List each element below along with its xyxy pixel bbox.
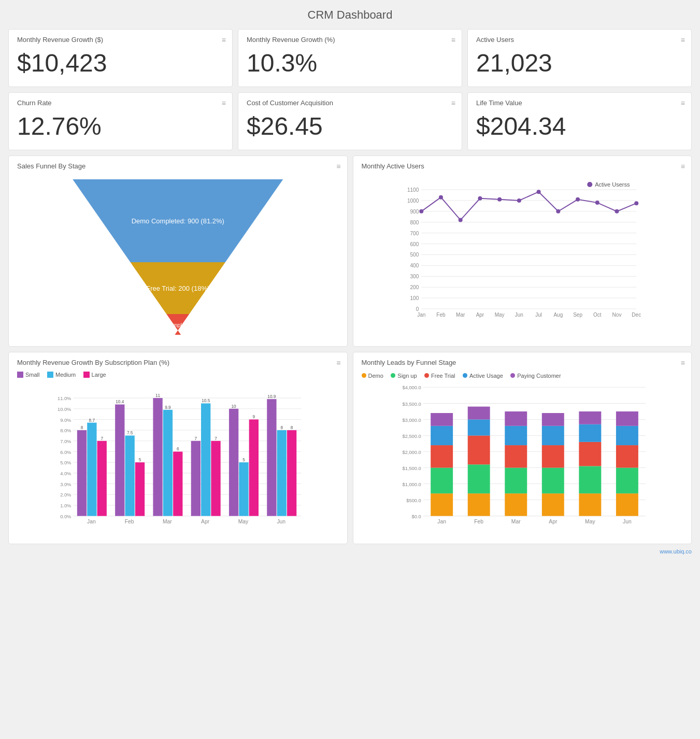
svg-point-47 [517,198,521,203]
legend-large-color [83,372,90,378]
svg-rect-110 [239,462,248,516]
revenue-plan-menu-icon[interactable]: ≡ [336,359,340,367]
svg-text:Nov: Nov [612,312,621,318]
svg-point-52 [615,209,619,214]
svg-text:$1,500.0: $1,500.0 [402,466,421,471]
leads-chart-container: $0.0$500.0$1,000.0$1,500.0$2,000.0$2,500… [362,382,683,537]
legend-paying-dot [510,373,515,378]
kpi-menu-icon-0[interactable]: ≡ [222,36,226,44]
kpi-title-0: Monthly Revenue Growth ($) [17,36,224,44]
svg-rect-115 [267,399,276,516]
kpi-menu-icon-3[interactable]: ≡ [222,99,226,107]
kpi-menu-icon-2[interactable]: ≡ [681,36,685,44]
svg-text:Jun: Jun [277,519,285,524]
funnel-chart-card: Sales Funnel By Stage ≡ Demo Completed: … [8,155,348,347]
active-users-title: Monthly Active Users [362,162,683,170]
legend-demo: Demo [362,373,383,379]
svg-text:Apr: Apr [476,312,484,318]
footer-url: www.ubiq.co [8,548,692,555]
svg-text:10: 10 [232,404,237,409]
funnel-menu-icon[interactable]: ≡ [336,162,340,170]
svg-text:300: 300 [410,274,419,279]
svg-text:Jan: Jan [437,519,446,524]
svg-text:0.0%: 0.0% [60,514,71,519]
kpi-value-1: 10.3% [247,49,453,77]
svg-text:Feb: Feb [436,312,446,318]
svg-text:$4,000.0: $4,000.0 [402,385,421,390]
legend-freetrial-dot [424,373,429,378]
svg-rect-154 [505,445,527,467]
svg-rect-103 [201,403,210,516]
svg-rect-84 [97,441,107,516]
leads-chart-card: Monthly Leads by Funnel Stage ≡ Demo Sig… [353,352,692,544]
legend-freetrial: Free Trial [424,373,455,379]
svg-rect-153 [505,468,527,494]
svg-text:9: 9 [253,415,255,419]
legend-signup: Sign up [391,373,417,379]
svg-text:Apr: Apr [549,519,558,524]
svg-rect-171 [616,468,638,494]
svg-text:1100: 1100 [407,187,419,193]
svg-text:Feb: Feb [125,519,134,524]
revenue-plan-chart-card: Monthly Revenue Growth By Subscription P… [8,352,348,544]
svg-rect-152 [505,493,527,516]
funnel-title: Sales Funnel By Stage [17,162,339,170]
svg-text:Jan: Jan [87,519,96,524]
svg-rect-173 [616,426,638,445]
svg-rect-108 [229,409,238,516]
kpi-value-5: $204.34 [476,112,683,140]
active-users-menu-icon[interactable]: ≡ [681,162,685,170]
svg-text:Mar: Mar [456,312,465,318]
svg-text:10.4: 10.4 [116,400,124,404]
svg-point-46 [497,197,502,202]
svg-rect-142 [431,445,453,467]
svg-rect-164 [579,493,601,516]
page-title: CRM Dashboard [8,8,692,22]
svg-rect-147 [467,464,490,493]
svg-rect-105 [211,441,220,516]
svg-text:8: 8 [81,425,83,430]
svg-rect-149 [467,419,490,435]
svg-text:$500.0: $500.0 [406,498,421,503]
svg-point-48 [536,190,540,194]
svg-text:Free Trial: 200 (18%): Free Trial: 200 (18%) [146,285,209,292]
svg-point-54 [587,182,592,187]
svg-text:11: 11 [155,393,161,398]
kpi-value-2: 21,023 [476,49,683,77]
svg-text:$2,000.0: $2,000.0 [402,450,421,455]
kpi-value-3: 12.76% [17,112,224,140]
kpi-title-1: Monthly Revenue Growth (%) [247,36,453,44]
svg-text:10.0%: 10.0% [58,407,71,412]
svg-point-42 [419,209,423,214]
kpi-title-2: Active Users [476,36,683,44]
svg-text:Dec: Dec [632,312,641,318]
svg-rect-80 [77,430,87,516]
svg-text:7.5: 7.5 [127,431,133,435]
svg-rect-155 [505,426,527,445]
svg-text:Jun: Jun [515,312,523,318]
svg-text:500: 500 [410,252,419,258]
svg-text:7: 7 [195,436,197,441]
svg-text:0: 0 [416,306,419,312]
legend-medium: Medium [47,372,76,378]
svg-rect-96 [163,410,173,516]
svg-text:8.7: 8.7 [89,418,95,423]
svg-text:700: 700 [410,231,419,236]
svg-point-50 [576,197,580,202]
kpi-card-2: Active Users 21,023 ≡ [467,29,692,87]
svg-text:Oct: Oct [593,312,602,318]
kpi-card-5: Life Time Value $204.34 ≡ [467,92,692,150]
leads-menu-icon[interactable]: ≡ [681,359,685,367]
funnel-container: Demo Completed: 900 (81.2%)Free Trial: 2… [17,174,339,340]
kpi-menu-icon-4[interactable]: ≡ [451,99,455,107]
svg-text:1000: 1000 [407,198,419,204]
kpi-title-4: Cost of Customer Acquisition [247,99,453,107]
svg-rect-174 [616,411,638,426]
kpi-menu-icon-1[interactable]: ≡ [451,36,455,44]
svg-text:1.0%: 1.0% [60,503,71,508]
svg-text:7.0%: 7.0% [60,439,71,444]
kpi-menu-icon-5[interactable]: ≡ [681,99,685,107]
svg-text:8: 8 [291,425,293,430]
svg-text:900: 900 [410,209,419,215]
svg-text:May: May [238,519,249,524]
